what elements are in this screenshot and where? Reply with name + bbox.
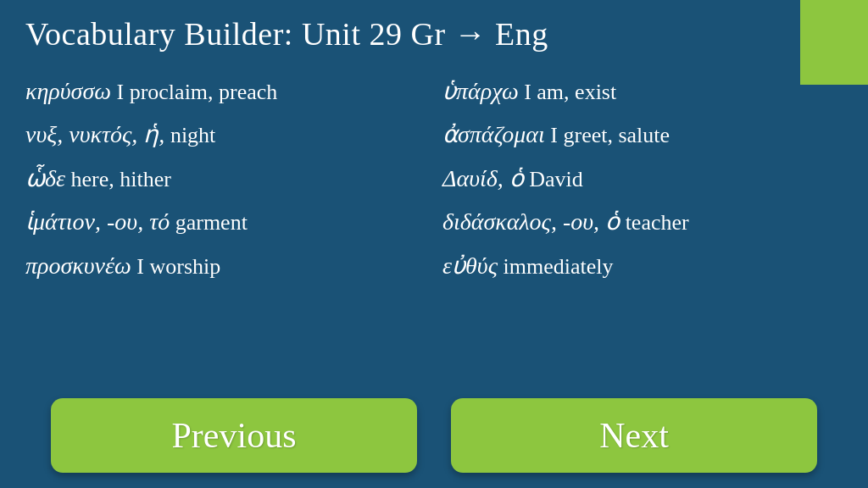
english-definition: I am, exist	[519, 80, 617, 104]
green-corner-decoration	[800, 0, 868, 85]
vocab-item-left-2: νυξ, νυκτός, ἡ, night	[25, 113, 426, 156]
greek-word: ἱμάτιον, -ου, τό	[25, 208, 170, 235]
vocab-item-right-4: διδάσκαλος, -ου, ὁ teacher	[442, 200, 843, 243]
english-definition: night	[164, 123, 215, 147]
vocab-item-left-4: ἱμάτιον, -ου, τό garment	[25, 200, 426, 243]
page-title: Vocabulary Builder: Unit 29 Gr → Eng	[0, 0, 868, 61]
navigation-buttons: Previous Next	[0, 398, 868, 473]
greek-word: προσκυνέω	[25, 252, 131, 279]
arrow-icon: →	[454, 16, 487, 52]
title-text: Vocabulary Builder: Unit 29 Gr	[25, 16, 454, 52]
english-definition: garment	[170, 210, 248, 235]
vocab-item-left-3: ὧδε here, hither	[25, 157, 426, 200]
vocab-item-right-1: ὑπάρχω I am, exist	[442, 69, 843, 113]
english-definition: I worship	[131, 254, 220, 279]
english-definition: I greet, salute	[545, 123, 670, 147]
previous-button[interactable]: Previous	[51, 398, 417, 473]
vocab-item-right-5: εὐθύς immediately	[442, 244, 843, 287]
left-column: κηρύσσω I proclaim, preach νυξ, νυκτός, …	[25, 69, 426, 287]
english-definition: immediately	[498, 254, 613, 279]
vocab-item-left-1: κηρύσσω I proclaim, preach	[25, 69, 426, 113]
greek-word: νυξ, νυκτός, ἡ,	[25, 121, 164, 147]
title-suffix: Eng	[487, 16, 548, 52]
right-column: ὑπάρχω I am, exist ἀσπάζομαι I greet, sa…	[442, 69, 843, 287]
greek-word: Δαυίδ, ὁ	[442, 165, 524, 191]
vocab-item-right-2: ἀσπάζομαι I greet, salute	[442, 113, 843, 156]
greek-word: διδάσκαλος, -ου, ὁ	[442, 208, 620, 235]
greek-word: ἀσπάζομαι	[442, 121, 545, 147]
greek-word: ὧδε	[25, 165, 65, 191]
vocabulary-grid: κηρύσσω I proclaim, preach νυξ, νυκτός, …	[0, 61, 868, 287]
greek-word: ὑπάρχω	[442, 78, 519, 104]
english-definition: teacher	[620, 210, 689, 235]
vocab-item-right-3: Δαυίδ, ὁ David	[442, 157, 843, 200]
greek-word: κηρύσσω	[25, 78, 111, 104]
next-button[interactable]: Next	[451, 398, 817, 473]
english-definition: David	[524, 167, 583, 191]
english-definition: I proclaim, preach	[111, 80, 277, 104]
vocab-item-left-5: προσκυνέω I worship	[25, 244, 426, 287]
english-definition: here, hither	[65, 167, 171, 191]
greek-word: εὐθύς	[442, 252, 498, 279]
